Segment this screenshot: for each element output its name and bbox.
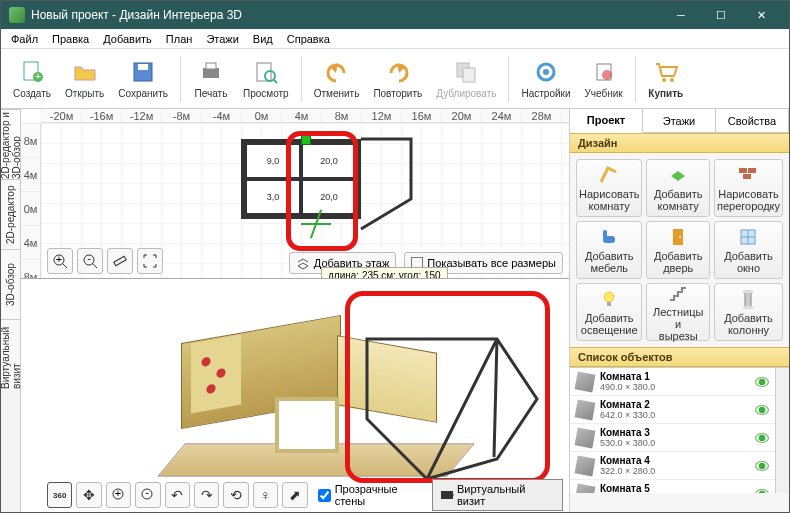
visibility-icon[interactable] bbox=[755, 433, 769, 443]
window-title: Новый проект - Дизайн Интерьера 3D bbox=[31, 8, 661, 22]
column-icon bbox=[737, 288, 759, 310]
list-item[interactable]: Комната 3530.0 × 380.0 bbox=[570, 424, 775, 452]
preview-icon bbox=[252, 58, 280, 86]
transparent-walls-checkbox[interactable]: Прозрачные стены bbox=[318, 483, 429, 507]
close-button[interactable]: ✕ bbox=[741, 1, 781, 29]
tab-2d-3d[interactable]: 2D-редактор и 3D-обзор bbox=[1, 109, 20, 179]
tab-properties[interactable]: Свойства bbox=[716, 109, 789, 132]
menu-edit[interactable]: Правка bbox=[46, 31, 95, 47]
list-item[interactable]: Комната 1490.0 × 380.0 bbox=[570, 368, 775, 396]
chair-icon bbox=[598, 226, 620, 248]
svg-rect-45 bbox=[743, 306, 753, 309]
2d-editor[interactable]: -20м-16м-12м-8м-4м0м4м8м12м16м20м24м28м3… bbox=[21, 109, 569, 279]
svg-text:+: + bbox=[35, 70, 41, 82]
print-icon bbox=[197, 58, 225, 86]
menubar: Файл Правка Добавить План Этажи Вид Спра… bbox=[1, 29, 789, 49]
3d-view[interactable]: 360 ✥ + - ↶ ↷ ⟲ ♀ ⬈ Прозрачные стены Вир… bbox=[21, 279, 569, 513]
svg-point-37 bbox=[679, 236, 681, 238]
view-360-button[interactable]: 360 bbox=[47, 482, 72, 508]
draw-room-button[interactable]: Нарисоватькомнату bbox=[576, 159, 642, 217]
tab-floors[interactable]: Этажи bbox=[643, 109, 716, 132]
rotate-left-button[interactable]: ↶ bbox=[165, 482, 190, 508]
visibility-icon[interactable] bbox=[755, 377, 769, 387]
ruler-button[interactable] bbox=[107, 248, 133, 274]
zoom-out-3d-button[interactable]: - bbox=[135, 482, 160, 508]
svg-rect-32 bbox=[748, 168, 756, 173]
stairs-button[interactable]: Лестницы ивырезы bbox=[646, 283, 710, 341]
menu-file[interactable]: Файл bbox=[5, 31, 44, 47]
svg-rect-6 bbox=[206, 63, 216, 69]
cursor-cross bbox=[301, 209, 331, 239]
duplicate-button[interactable]: Дублировать bbox=[430, 51, 502, 107]
toolbar: +Создать Открыть Сохранить Печать Просмо… bbox=[1, 49, 789, 109]
3d-toolbar: 360 ✥ + - ↶ ↷ ⟲ ♀ ⬈ Прозрачные стены Вир… bbox=[47, 479, 563, 511]
redo-button[interactable]: Повторить bbox=[367, 51, 428, 107]
app-icon bbox=[9, 7, 25, 23]
preview-button[interactable]: Просмотр bbox=[237, 51, 295, 107]
minimize-button[interactable]: ─ bbox=[661, 1, 701, 29]
draw-partition-button[interactable]: Нарисоватьперегородку bbox=[714, 159, 783, 217]
floors-icon bbox=[296, 256, 310, 270]
rotate-right-button[interactable]: ↷ bbox=[194, 482, 219, 508]
add-door-button[interactable]: Добавитьдверь bbox=[646, 221, 710, 279]
svg-rect-35 bbox=[603, 230, 607, 238]
tab-2d[interactable]: 2D-редактор bbox=[1, 179, 20, 249]
svg-text:-: - bbox=[145, 487, 149, 498]
add-room-icon bbox=[667, 164, 689, 186]
stairs-icon bbox=[667, 282, 689, 304]
light-button[interactable]: ♀ bbox=[253, 482, 278, 508]
menu-add[interactable]: Добавить bbox=[97, 31, 158, 47]
svg-rect-42 bbox=[607, 302, 611, 306]
reset-view-button[interactable]: ⬈ bbox=[282, 482, 307, 508]
visibility-icon[interactable] bbox=[755, 489, 769, 494]
drag-handle[interactable] bbox=[301, 135, 311, 145]
svg-point-41 bbox=[604, 292, 614, 302]
visibility-icon[interactable] bbox=[755, 405, 769, 415]
zoom-in-button[interactable]: + bbox=[47, 248, 73, 274]
menu-plan[interactable]: План bbox=[160, 31, 199, 47]
save-button[interactable]: Сохранить bbox=[112, 51, 174, 107]
list-item[interactable]: Комната 4322.0 × 280.0 bbox=[570, 452, 775, 480]
zoom-in-3d-button[interactable]: + bbox=[106, 482, 131, 508]
door-icon bbox=[667, 226, 689, 248]
ruler-horizontal: -20м-16м-12м-8м-4м0м4м8м12м16м20м24м28м3… bbox=[41, 109, 569, 123]
settings-button[interactable]: Настройки bbox=[515, 51, 576, 107]
virtual-visit-button[interactable]: Виртуальный визит bbox=[432, 479, 563, 511]
new-button[interactable]: +Создать bbox=[7, 51, 57, 107]
pan-button[interactable]: ✥ bbox=[76, 482, 101, 508]
buy-button[interactable]: Купить bbox=[642, 51, 690, 107]
add-column-button[interactable]: Добавитьколонну bbox=[714, 283, 783, 341]
tab-virtual[interactable]: Виртуальный визит bbox=[1, 319, 20, 389]
cube-icon bbox=[575, 483, 596, 493]
fit-button[interactable] bbox=[137, 248, 163, 274]
tilt-button[interactable]: ⟲ bbox=[223, 482, 248, 508]
maximize-button[interactable]: ☐ bbox=[701, 1, 741, 29]
floor-plan[interactable]: 9,020,0 3,020,0 bbox=[241, 139, 361, 219]
tutorial-button[interactable]: Учебник bbox=[579, 51, 629, 107]
list-item[interactable]: Комната 5210.0 × 115.0 bbox=[570, 480, 775, 493]
tab-3d[interactable]: 3D-обзор bbox=[1, 249, 20, 319]
add-lighting-button[interactable]: Добавитьосвещение bbox=[576, 283, 642, 341]
visibility-icon[interactable] bbox=[755, 461, 769, 471]
svg-line-9 bbox=[273, 79, 277, 83]
menu-view[interactable]: Вид bbox=[247, 31, 279, 47]
open-button[interactable]: Открыть bbox=[59, 51, 110, 107]
bulb-icon bbox=[598, 288, 620, 310]
print-button[interactable]: Печать bbox=[187, 51, 235, 107]
add-window-button[interactable]: Добавитьокно bbox=[714, 221, 783, 279]
scrollbar[interactable] bbox=[775, 368, 789, 493]
new-icon: + bbox=[18, 58, 46, 86]
menu-help[interactable]: Справка bbox=[281, 31, 336, 47]
list-item[interactable]: Комната 2642.0 × 330.0 bbox=[570, 396, 775, 424]
side-tabs: Проект Этажи Свойства bbox=[570, 109, 789, 133]
menu-floors[interactable]: Этажи bbox=[200, 31, 244, 47]
drawing-outline bbox=[359, 137, 439, 237]
ruler-vertical: 8м4м0м4м8м bbox=[21, 123, 41, 278]
tab-project[interactable]: Проект bbox=[570, 109, 643, 133]
brick-icon bbox=[737, 164, 759, 186]
zoom-out-button[interactable]: - bbox=[77, 248, 103, 274]
cube-icon bbox=[575, 455, 596, 476]
add-furniture-button[interactable]: Добавитьмебель bbox=[576, 221, 642, 279]
undo-button[interactable]: Отменить bbox=[308, 51, 366, 107]
add-room-button[interactable]: Добавитькомнату bbox=[646, 159, 710, 217]
